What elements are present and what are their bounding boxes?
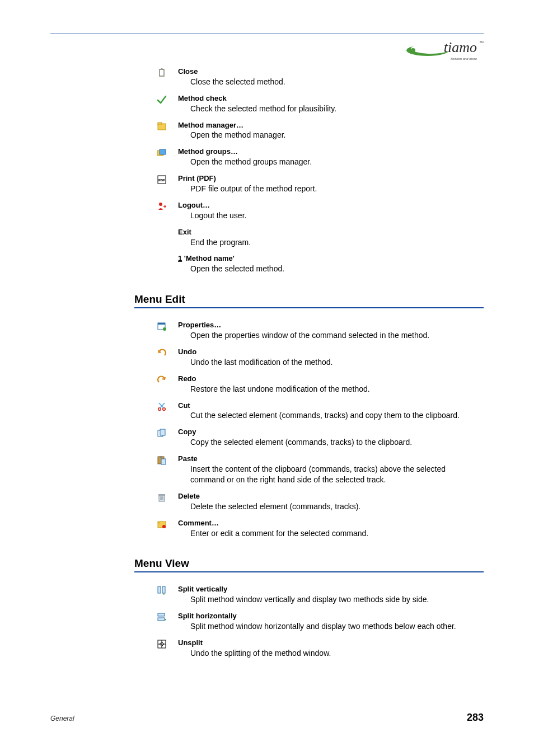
menu-item-redo: Redo Restore the last undone modificatio…: [157, 374, 484, 395]
paste-icon: [157, 455, 167, 465]
menu-item-title: Unsplit: [178, 638, 331, 648]
menu-file-extra-list: Close Close the selected method. Method …: [157, 67, 484, 274]
menu-item-title: Split horizontally: [178, 612, 456, 621]
logo-trademark: ™: [479, 40, 484, 45]
menu-item-undo: Undo Undo the last modification of the m…: [157, 348, 484, 368]
svg-rect-18: [160, 456, 162, 458]
menu-item-comment: Comment… Enter or edit a comment for the…: [157, 519, 484, 539]
section-heading-view: Menu View: [134, 557, 484, 572]
properties-icon: [157, 321, 167, 331]
svg-rect-24: [158, 586, 161, 593]
heading-text: Menu Edit: [134, 293, 185, 305]
menu-edit-list: Properties… Open the properties window o…: [157, 321, 484, 538]
svg-point-12: [163, 327, 166, 331]
menu-item-desc: Undo the last modification of the method…: [190, 357, 332, 368]
menu-item-cut: Cut Cut the selected element (commands, …: [157, 401, 484, 421]
svg-point-9: [159, 203, 162, 206]
menu-item-desc: Open the method groups manager.: [190, 157, 312, 167]
menu-item-exit: Exit End the program.: [157, 228, 484, 248]
menu-item-paste: Paste Insert the content of the clipboar…: [157, 454, 484, 485]
menu-item-desc: End the program.: [190, 237, 251, 248]
menu-item-desc: PDF file output of the method report.: [190, 184, 317, 194]
menu-item-title: Method check: [178, 94, 336, 104]
menu-item-title: Close: [178, 67, 285, 77]
menu-item-desc: Delete the selected element (commands, t…: [190, 501, 360, 512]
menu-item-desc: Open the selected method.: [190, 264, 284, 274]
menu-item-desc: Cut the selected element (commands, trac…: [190, 410, 460, 421]
menu-item-title: Properties…: [178, 321, 429, 330]
undo-icon: [157, 348, 167, 358]
menu-item-desc: Split method window horizontally and dis…: [190, 621, 456, 632]
menu-item-desc: Copy the selected element (commands, tra…: [190, 437, 412, 448]
menu-item-method-check: Method check Check the selected method f…: [157, 94, 484, 114]
menu-item-title: Copy: [178, 428, 412, 437]
menu-item-split-vertical: Split vertically Split method window ver…: [157, 585, 484, 605]
menu-item-desc: Logout the user.: [190, 210, 246, 221]
section-heading-edit: Menu Edit: [134, 293, 484, 308]
svg-point-2: [411, 48, 415, 53]
top-rule: [50, 34, 484, 34]
logo-subtitle: titration and more: [451, 57, 477, 60]
delete-icon: [157, 492, 167, 503]
copy-icon: [157, 428, 167, 438]
svg-rect-11: [158, 323, 165, 325]
menu-item-close: Close Close the selected method.: [157, 67, 484, 87]
method-name-rest: 'Method name': [182, 254, 235, 262]
svg-rect-4: [158, 123, 162, 124]
menu-item-title: Method groups…: [178, 147, 312, 157]
menu-item-desc: Insert the content of the clipboard (com…: [190, 464, 481, 485]
svg-rect-21: [158, 494, 165, 496]
menu-item-title: Exit: [178, 228, 251, 237]
heading-text: Menu View: [134, 557, 189, 569]
svg-rect-3: [158, 124, 166, 130]
method-check-icon: [157, 95, 167, 105]
menu-item-title: 1 'Method name': [178, 254, 284, 264]
menu-item-title: Redo: [178, 374, 370, 384]
menu-item-title: Delete: [178, 492, 360, 501]
split-horizontal-icon: [157, 612, 167, 622]
menu-item-title: Paste: [178, 454, 481, 464]
svg-rect-6: [160, 149, 166, 154]
close-icon: [157, 68, 167, 78]
menu-item-method-name: 1 'Method name' Open the selected method…: [157, 254, 484, 274]
method-manager-icon: [157, 121, 167, 132]
menu-view-list: Split vertically Split method window ver…: [157, 585, 484, 658]
footer-page-number: 283: [467, 712, 484, 724]
comment-icon: [157, 519, 167, 529]
footer-left: General: [50, 715, 74, 722]
logo-text: tiamo: [444, 39, 477, 56]
menu-item-split-horizontal: Split horizontally Split method window h…: [157, 612, 484, 632]
menu-item-desc: Open the properties window of the comman…: [190, 330, 429, 341]
menu-item-print-pdf: PDF Print (PDF) PDF file output of the m…: [157, 174, 484, 194]
menu-item-title: Comment…: [178, 519, 368, 528]
logout-icon: [157, 201, 167, 212]
menu-item-copy: Copy Copy the selected element (commands…: [157, 428, 484, 448]
menu-item-desc: Split method window vertically and displ…: [190, 594, 429, 605]
menu-item-title: Undo: [178, 348, 332, 357]
pdf-icon: PDF: [157, 175, 167, 185]
menu-item-properties: Properties… Open the properties window o…: [157, 321, 484, 341]
cut-icon: [157, 402, 167, 412]
redo-icon: [157, 375, 167, 385]
content: Close Close the selected method. Method …: [50, 67, 484, 706]
menu-item-desc: Close the selected method.: [190, 77, 285, 87]
menu-item-title: Method manager…: [178, 121, 285, 130]
svg-rect-19: [161, 459, 166, 464]
menu-item-unsplit: Unsplit Undo the splitting of the method…: [157, 638, 484, 659]
menu-item-method-groups: Method groups… Open the method groups ma…: [157, 147, 484, 167]
menu-item-desc: Enter or edit a comment for the selected…: [190, 528, 368, 539]
menu-item-title: Print (PDF): [178, 174, 317, 184]
unsplit-icon: [157, 639, 167, 649]
svg-text:PDF: PDF: [158, 179, 165, 182]
svg-rect-27: [158, 618, 165, 621]
menu-item-delete: Delete Delete the selected element (comm…: [157, 492, 484, 512]
menu-item-desc: Undo the splitting of the method window.: [190, 648, 331, 659]
menu-item-method-manager: Method manager… Open the method manager.: [157, 121, 484, 141]
method-groups-icon: [157, 148, 167, 158]
menu-item-title: Split vertically: [178, 585, 429, 594]
menu-item-logout: Logout… Logout the user.: [157, 201, 484, 221]
page: tiamo ™ titration and more Close Close t…: [0, 0, 534, 756]
svg-point-23: [162, 525, 166, 528]
menu-item-desc: Open the method manager.: [190, 130, 285, 140]
svg-rect-25: [162, 586, 165, 593]
